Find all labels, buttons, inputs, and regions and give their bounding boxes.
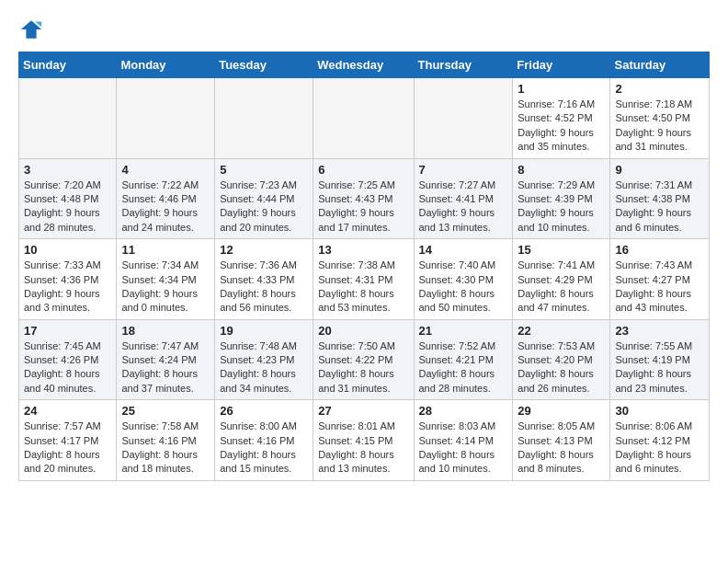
day-number: 7 (419, 163, 508, 177)
day-info: Sunrise: 8:00 AM Sunset: 4:16 PM Dayligh… (220, 419, 308, 477)
day-info: Sunrise: 7:43 AM Sunset: 4:27 PM Dayligh… (615, 259, 704, 316)
calendar-cell: 19Sunrise: 7:48 AM Sunset: 4:23 PM Dayli… (215, 319, 313, 400)
day-info: Sunrise: 7:55 AM Sunset: 4:19 PM Dayligh… (615, 339, 704, 396)
day-info: Sunrise: 7:50 AM Sunset: 4:22 PM Dayligh… (318, 339, 408, 396)
calendar-cell: 3Sunrise: 7:20 AM Sunset: 4:48 PM Daylig… (19, 158, 117, 239)
calendar-cell: 26Sunrise: 8:00 AM Sunset: 4:16 PM Dayli… (215, 400, 313, 481)
calendar-cell: 1Sunrise: 7:16 AM Sunset: 4:52 PM Daylig… (513, 78, 610, 159)
day-number: 8 (518, 163, 605, 177)
day-number: 1 (518, 82, 605, 96)
day-number: 10 (24, 243, 111, 257)
day-info: Sunrise: 8:05 AM Sunset: 4:13 PM Dayligh… (518, 419, 605, 477)
day-number: 11 (121, 243, 210, 257)
calendar-cell: 14Sunrise: 7:40 AM Sunset: 4:30 PM Dayli… (414, 239, 513, 320)
calendar-cell: 11Sunrise: 7:34 AM Sunset: 4:34 PM Dayli… (117, 239, 215, 320)
calendar-week-row: 3Sunrise: 7:20 AM Sunset: 4:48 PM Daylig… (19, 158, 710, 239)
day-info: Sunrise: 7:47 AM Sunset: 4:24 PM Dayligh… (121, 339, 210, 396)
calendar-header-saturday: Saturday (610, 52, 710, 78)
day-number: 25 (121, 404, 210, 418)
day-info: Sunrise: 7:38 AM Sunset: 4:31 PM Dayligh… (318, 259, 408, 316)
calendar-header-monday: Monday (117, 52, 215, 78)
day-number: 24 (24, 404, 111, 418)
day-number: 29 (518, 404, 605, 418)
calendar-cell: 2Sunrise: 7:18 AM Sunset: 4:50 PM Daylig… (610, 78, 710, 159)
calendar-cell: 20Sunrise: 7:50 AM Sunset: 4:22 PM Dayli… (313, 319, 414, 400)
calendar-cell: 23Sunrise: 7:55 AM Sunset: 4:19 PM Dayli… (610, 319, 710, 400)
day-info: Sunrise: 7:36 AM Sunset: 4:33 PM Dayligh… (220, 259, 308, 316)
day-number: 13 (318, 243, 408, 257)
calendar-cell: 28Sunrise: 8:03 AM Sunset: 4:14 PM Dayli… (414, 400, 513, 481)
day-info: Sunrise: 7:57 AM Sunset: 4:17 PM Dayligh… (24, 419, 111, 477)
calendar-cell: 25Sunrise: 7:58 AM Sunset: 4:16 PM Dayli… (117, 400, 215, 481)
calendar-cell: 13Sunrise: 7:38 AM Sunset: 4:31 PM Dayli… (313, 239, 414, 320)
calendar-cell: 4Sunrise: 7:22 AM Sunset: 4:46 PM Daylig… (117, 158, 215, 239)
calendar-cell: 12Sunrise: 7:36 AM Sunset: 4:33 PM Dayli… (215, 239, 313, 320)
day-info: Sunrise: 7:40 AM Sunset: 4:30 PM Dayligh… (419, 259, 508, 316)
day-number: 30 (615, 404, 704, 418)
day-number: 2 (615, 82, 704, 96)
day-number: 14 (419, 243, 508, 257)
calendar-header-thursday: Thursday (414, 52, 513, 78)
day-info: Sunrise: 7:29 AM Sunset: 4:39 PM Dayligh… (518, 178, 605, 236)
day-info: Sunrise: 8:03 AM Sunset: 4:14 PM Dayligh… (419, 419, 508, 477)
header (0, 0, 728, 52)
day-info: Sunrise: 7:52 AM Sunset: 4:21 PM Dayligh… (419, 339, 508, 396)
day-info: Sunrise: 7:25 AM Sunset: 4:43 PM Dayligh… (318, 178, 408, 236)
day-info: Sunrise: 7:31 AM Sunset: 4:38 PM Dayligh… (615, 178, 704, 236)
day-number: 20 (318, 324, 408, 338)
calendar-header-row: SundayMondayTuesdayWednesdayThursdayFrid… (19, 52, 710, 78)
calendar-cell: 27Sunrise: 8:01 AM Sunset: 4:15 PM Dayli… (313, 400, 414, 481)
calendar-cell: 30Sunrise: 8:06 AM Sunset: 4:12 PM Dayli… (610, 400, 710, 481)
calendar-cell (313, 78, 414, 159)
logo-icon (18, 17, 44, 42)
day-info: Sunrise: 7:45 AM Sunset: 4:26 PM Dayligh… (24, 339, 111, 396)
calendar-cell: 8Sunrise: 7:29 AM Sunset: 4:39 PM Daylig… (513, 158, 610, 239)
calendar-cell: 18Sunrise: 7:47 AM Sunset: 4:24 PM Dayli… (117, 319, 215, 400)
day-info: Sunrise: 7:53 AM Sunset: 4:20 PM Dayligh… (518, 339, 605, 396)
calendar-cell: 6Sunrise: 7:25 AM Sunset: 4:43 PM Daylig… (313, 158, 414, 239)
day-number: 18 (121, 324, 210, 338)
day-info: Sunrise: 7:34 AM Sunset: 4:34 PM Dayligh… (121, 259, 210, 316)
day-number: 22 (518, 324, 605, 338)
calendar-header-tuesday: Tuesday (215, 52, 313, 78)
calendar-week-row: 24Sunrise: 7:57 AM Sunset: 4:17 PM Dayli… (19, 400, 710, 481)
calendar-cell: 7Sunrise: 7:27 AM Sunset: 4:41 PM Daylig… (414, 158, 513, 239)
calendar-cell: 16Sunrise: 7:43 AM Sunset: 4:27 PM Dayli… (610, 239, 710, 320)
calendar-header-wednesday: Wednesday (313, 52, 414, 78)
calendar-week-row: 1Sunrise: 7:16 AM Sunset: 4:52 PM Daylig… (19, 78, 710, 159)
calendar-cell (19, 78, 117, 159)
calendar-cell: 17Sunrise: 7:45 AM Sunset: 4:26 PM Dayli… (19, 319, 117, 400)
day-number: 26 (220, 404, 308, 418)
calendar-week-row: 17Sunrise: 7:45 AM Sunset: 4:26 PM Dayli… (19, 319, 710, 400)
logo (18, 17, 48, 42)
day-info: Sunrise: 7:16 AM Sunset: 4:52 PM Dayligh… (518, 98, 605, 155)
calendar-cell (215, 78, 313, 159)
calendar-cell: 21Sunrise: 7:52 AM Sunset: 4:21 PM Dayli… (414, 319, 513, 400)
day-info: Sunrise: 8:06 AM Sunset: 4:12 PM Dayligh… (615, 419, 704, 477)
day-number: 17 (24, 324, 111, 338)
day-number: 4 (121, 163, 210, 177)
day-number: 12 (220, 243, 308, 257)
day-info: Sunrise: 7:48 AM Sunset: 4:23 PM Dayligh… (220, 339, 308, 396)
day-info: Sunrise: 8:01 AM Sunset: 4:15 PM Dayligh… (318, 419, 408, 477)
calendar-week-row: 10Sunrise: 7:33 AM Sunset: 4:36 PM Dayli… (19, 239, 710, 320)
calendar-cell: 24Sunrise: 7:57 AM Sunset: 4:17 PM Dayli… (19, 400, 117, 481)
day-info: Sunrise: 7:23 AM Sunset: 4:44 PM Dayligh… (220, 178, 308, 236)
day-info: Sunrise: 7:58 AM Sunset: 4:16 PM Dayligh… (121, 419, 210, 477)
day-info: Sunrise: 7:41 AM Sunset: 4:29 PM Dayligh… (518, 259, 605, 316)
day-info: Sunrise: 7:33 AM Sunset: 4:36 PM Dayligh… (24, 259, 111, 316)
calendar-cell: 22Sunrise: 7:53 AM Sunset: 4:20 PM Dayli… (513, 319, 610, 400)
calendar-cell (117, 78, 215, 159)
calendar: SundayMondayTuesdayWednesdayThursdayFrid… (18, 52, 710, 481)
calendar-cell: 5Sunrise: 7:23 AM Sunset: 4:44 PM Daylig… (215, 158, 313, 239)
day-number: 23 (615, 324, 704, 338)
calendar-cell: 9Sunrise: 7:31 AM Sunset: 4:38 PM Daylig… (610, 158, 710, 239)
day-number: 16 (615, 243, 704, 257)
day-number: 19 (220, 324, 308, 338)
calendar-cell: 15Sunrise: 7:41 AM Sunset: 4:29 PM Dayli… (513, 239, 610, 320)
calendar-cell: 10Sunrise: 7:33 AM Sunset: 4:36 PM Dayli… (19, 239, 117, 320)
day-number: 9 (615, 163, 704, 177)
calendar-header-sunday: Sunday (19, 52, 117, 78)
day-number: 5 (220, 163, 308, 177)
day-number: 28 (419, 404, 508, 418)
